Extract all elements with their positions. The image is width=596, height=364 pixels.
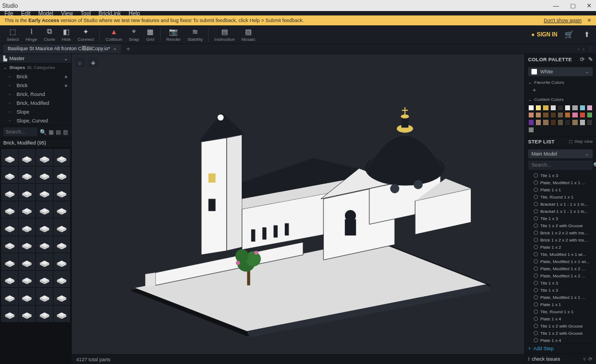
cart-icon[interactable]: 🛒 — [563, 29, 575, 41]
shape-category-item[interactable]: ▫Brick, Modified — [0, 99, 71, 108]
part-thumbnail[interactable] — [54, 201, 71, 218]
part-thumbnail[interactable] — [1, 218, 18, 235]
view-medium-icon[interactable]: ▤ — [56, 129, 61, 135]
step-view-toggle[interactable]: ▢Step view — [569, 140, 593, 144]
color-swatch[interactable] — [535, 112, 541, 118]
viewport-settings-icon[interactable]: ◈ — [88, 57, 98, 67]
favorite-colors-header[interactable]: ⌄Favorite Colors — [525, 78, 596, 87]
part-thumbnail[interactable] — [36, 288, 53, 305]
tool-collision[interactable]: ▲Collision — [102, 27, 125, 42]
tool-mosaic[interactable]: ▨Mosaic — [238, 27, 258, 42]
color-swatch[interactable] — [550, 105, 556, 111]
tool-grid[interactable]: ▦Grid — [142, 27, 158, 42]
color-swatch[interactable] — [557, 112, 563, 118]
part-thumbnail[interactable] — [54, 288, 71, 305]
step-list-item[interactable]: Plate, Modified 1 x 1 ... — [526, 179, 595, 186]
part-thumbnail[interactable] — [19, 149, 36, 166]
part-thumbnail[interactable] — [19, 184, 36, 201]
part-thumbnail[interactable] — [19, 236, 36, 253]
tool-hide[interactable]: ◧Hide — [58, 27, 74, 42]
part-thumbnail[interactable] — [19, 201, 36, 218]
part-thumbnail[interactable] — [1, 253, 18, 270]
step-list-item[interactable]: Plate, Modified 1 x 1 ... — [526, 294, 595, 301]
color-swatch[interactable] — [579, 105, 586, 111]
color-swatch[interactable] — [565, 119, 571, 125]
view-small-icon[interactable]: ▦ — [49, 129, 54, 135]
filter-icon[interactable]: ▿ — [583, 356, 586, 362]
step-list-item[interactable]: Tile, Round 1 x 1 — [526, 194, 595, 201]
color-swatch[interactable] — [587, 112, 593, 118]
model-canvas[interactable] — [72, 54, 524, 354]
part-thumbnail[interactable] — [19, 288, 36, 305]
add-step-button[interactable]: +Add Step — [525, 343, 596, 354]
step-list-item[interactable]: Plate 1 x 1 — [526, 301, 595, 308]
part-thumbnail[interactable] — [54, 306, 71, 323]
menu-model[interactable]: Model — [38, 10, 53, 17]
color-swatch[interactable] — [528, 127, 534, 133]
viewport-camera-icon[interactable]: ⌕ — [75, 57, 85, 67]
palette-filter-icon[interactable]: ⟳ — [580, 56, 584, 62]
step-list-item[interactable]: Tile, Round 1 x 1 — [526, 308, 595, 315]
step-list-item[interactable]: Plate 1 x 2 — [526, 244, 595, 251]
color-swatch[interactable] — [550, 119, 556, 125]
tool-stability[interactable]: ≋Stability — [184, 27, 206, 42]
document-tab[interactable]: Basilique St Maurice Alt fronton C覇銅Copy… — [3, 44, 121, 53]
tool-instruction[interactable]: ▤Instruction — [211, 27, 238, 42]
master-dropdown[interactable]: ▙Master⌄ — [0, 54, 71, 63]
part-thumbnail[interactable] — [1, 184, 18, 201]
part-thumbnail[interactable] — [36, 306, 53, 323]
color-swatch[interactable] — [557, 119, 563, 125]
part-thumbnail[interactable] — [36, 236, 53, 253]
color-swatch[interactable] — [542, 105, 549, 111]
step-list-item[interactable]: Brick 1 x 2 x 2 with Ins... — [526, 237, 595, 244]
menu-edit[interactable]: Edit — [21, 10, 30, 17]
part-thumbnail[interactable] — [54, 149, 71, 166]
menu-tool[interactable]: Tool — [81, 10, 91, 17]
sign-in-button[interactable]: ●SIGN IN — [531, 31, 557, 38]
color-swatch[interactable] — [579, 112, 586, 118]
tab-nav-next[interactable]: › — [583, 46, 584, 52]
step-list-item[interactable]: Tile 1 x 3 — [526, 280, 595, 287]
part-thumbnail[interactable] — [54, 184, 71, 201]
current-color-dropdown[interactable]: White ⌄ — [528, 67, 593, 76]
color-swatch[interactable] — [528, 105, 534, 111]
part-thumbnail[interactable] — [36, 218, 53, 235]
tab-close-icon[interactable]: × — [113, 46, 116, 52]
menu-help[interactable]: Help — [129, 10, 140, 17]
step-list-item[interactable]: Plate 1 x 4 — [526, 337, 595, 343]
color-swatch[interactable] — [557, 105, 563, 111]
part-thumbnail[interactable] — [36, 149, 53, 166]
color-swatch[interactable] — [528, 112, 534, 118]
color-swatch[interactable] — [572, 105, 578, 111]
search-icon[interactable]: 🔍 — [593, 162, 596, 168]
menu-view[interactable]: View — [61, 10, 73, 17]
color-swatch[interactable] — [572, 119, 578, 125]
menu-bricklink[interactable]: BrickLink — [98, 10, 121, 17]
tab-nav-prev[interactable]: ‹ — [578, 46, 579, 52]
step-list-item[interactable]: Tile 1 x 2 with Groove — [526, 330, 595, 337]
step-list-item[interactable]: Plate, Modified 1 x 2 ... — [526, 272, 595, 280]
parts-search-input[interactable] — [3, 127, 38, 136]
tab-add-button[interactable]: + — [126, 45, 130, 53]
part-thumbnail[interactable] — [19, 306, 36, 323]
step-list-item[interactable]: Plate, Modified 1 x 1 wi... — [526, 258, 595, 265]
banner-dismiss-link[interactable]: Don't show again — [544, 18, 582, 23]
check-issues-row[interactable]: !check issues ▿⟳ — [525, 354, 596, 364]
color-swatch[interactable] — [579, 119, 586, 125]
part-thumbnail[interactable] — [1, 167, 18, 184]
tool-clone[interactable]: ⧉Clone — [40, 27, 58, 42]
search-icon[interactable]: 🔍 — [40, 129, 46, 135]
banner-close-icon[interactable]: ✕ — [587, 18, 592, 23]
color-swatch[interactable] — [587, 105, 593, 111]
maximize-button[interactable]: ▢ — [568, 2, 578, 9]
color-swatch[interactable] — [528, 119, 534, 125]
shape-category-item[interactable]: ▫Brick — [0, 72, 71, 81]
tool-snap[interactable]: ⌖Snap — [126, 27, 143, 42]
part-thumbnail[interactable] — [1, 201, 18, 218]
step-search-input[interactable] — [531, 162, 593, 168]
color-swatch[interactable] — [572, 112, 578, 118]
part-thumbnail[interactable] — [36, 167, 53, 184]
minimize-button[interactable]: — — [551, 2, 561, 9]
part-thumbnail[interactable] — [36, 201, 53, 218]
shape-category-item[interactable]: ▫Brick — [0, 81, 71, 90]
